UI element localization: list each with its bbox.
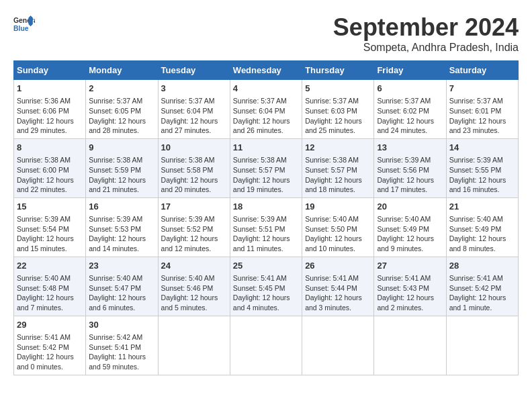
col-thursday: Thursday (302, 61, 374, 80)
col-saturday: Saturday (446, 61, 518, 80)
title-block: September 2024 Sompeta, Andhra Pradesh, … (333, 13, 519, 54)
table-row: 12Sunrise: 5:38 AMSunset: 5:57 PMDayligh… (302, 138, 374, 197)
table-row: 28Sunrise: 5:41 AMSunset: 5:42 PMDayligh… (446, 257, 518, 316)
table-row: 15Sunrise: 5:39 AMSunset: 5:54 PMDayligh… (14, 197, 86, 257)
table-row: 8Sunrise: 5:38 AMSunset: 6:00 PMDaylight… (14, 138, 86, 197)
col-tuesday: Tuesday (158, 61, 230, 80)
month-title: September 2024 (333, 13, 519, 42)
table-row: 23Sunrise: 5:40 AMSunset: 5:47 PMDayligh… (86, 257, 158, 316)
table-row: 18Sunrise: 5:39 AMSunset: 5:51 PMDayligh… (230, 197, 302, 257)
table-row: 9Sunrise: 5:38 AMSunset: 5:59 PMDaylight… (86, 138, 158, 197)
table-row: 2Sunrise: 5:37 AMSunset: 6:05 PMDaylight… (86, 80, 158, 139)
logo-icon: General Blue (13, 13, 35, 35)
table-row: 22Sunrise: 5:40 AMSunset: 5:48 PMDayligh… (14, 257, 86, 316)
col-monday: Monday (86, 61, 158, 80)
table-row: 20Sunrise: 5:40 AMSunset: 5:49 PMDayligh… (374, 197, 446, 257)
table-row: 11Sunrise: 5:38 AMSunset: 5:57 PMDayligh… (230, 138, 302, 197)
table-row: 14Sunrise: 5:39 AMSunset: 5:55 PMDayligh… (446, 138, 518, 197)
table-row: 19Sunrise: 5:40 AMSunset: 5:50 PMDayligh… (302, 197, 374, 257)
logo: General Blue (13, 13, 35, 35)
table-row: 3Sunrise: 5:37 AMSunset: 6:04 PMDaylight… (158, 80, 230, 139)
col-friday: Friday (374, 61, 446, 80)
table-row: 5Sunrise: 5:37 AMSunset: 6:03 PMDaylight… (302, 80, 374, 139)
table-row: 24Sunrise: 5:40 AMSunset: 5:46 PMDayligh… (158, 257, 230, 316)
table-row (158, 316, 230, 375)
table-row: 6Sunrise: 5:37 AMSunset: 6:02 PMDaylight… (374, 80, 446, 139)
table-row: 10Sunrise: 5:38 AMSunset: 5:58 PMDayligh… (158, 138, 230, 197)
table-row: 1Sunrise: 5:36 AMSunset: 6:06 PMDaylight… (14, 80, 86, 139)
table-row: 7Sunrise: 5:37 AMSunset: 6:01 PMDaylight… (446, 80, 518, 139)
col-wednesday: Wednesday (230, 61, 302, 80)
table-row (374, 316, 446, 375)
table-row (446, 316, 518, 375)
calendar-table: Sunday Monday Tuesday Wednesday Thursday… (13, 60, 519, 375)
table-row: 17Sunrise: 5:39 AMSunset: 5:52 PMDayligh… (158, 197, 230, 257)
table-row (230, 316, 302, 375)
table-row: 29Sunrise: 5:41 AMSunset: 5:42 PMDayligh… (14, 316, 86, 375)
table-row: 26Sunrise: 5:41 AMSunset: 5:44 PMDayligh… (302, 257, 374, 316)
table-row: 25Sunrise: 5:41 AMSunset: 5:45 PMDayligh… (230, 257, 302, 316)
table-row: 21Sunrise: 5:40 AMSunset: 5:49 PMDayligh… (446, 197, 518, 257)
column-headers: Sunday Monday Tuesday Wednesday Thursday… (14, 61, 519, 80)
svg-text:Blue: Blue (13, 25, 29, 32)
table-row: 16Sunrise: 5:39 AMSunset: 5:53 PMDayligh… (86, 197, 158, 257)
table-row (302, 316, 374, 375)
location: Sompeta, Andhra Pradesh, India (333, 42, 519, 54)
col-sunday: Sunday (14, 61, 86, 80)
table-row: 4Sunrise: 5:37 AMSunset: 6:04 PMDaylight… (230, 80, 302, 139)
page-header: General Blue September 2024 Sompeta, And… (13, 13, 519, 54)
table-row: 27Sunrise: 5:41 AMSunset: 5:43 PMDayligh… (374, 257, 446, 316)
table-row: 13Sunrise: 5:39 AMSunset: 5:56 PMDayligh… (374, 138, 446, 197)
table-row: 30Sunrise: 5:42 AMSunset: 5:41 PMDayligh… (86, 316, 158, 375)
